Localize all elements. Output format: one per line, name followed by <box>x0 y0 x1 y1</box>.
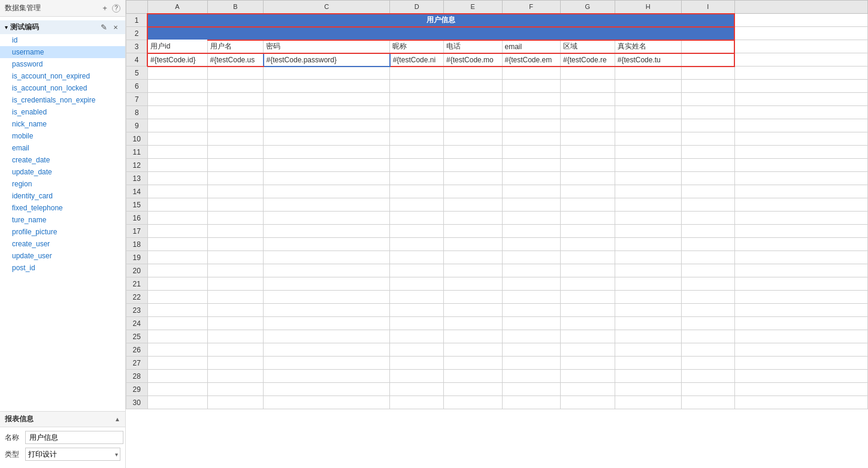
cell-5-f[interactable] <box>502 67 560 80</box>
cell-16-extra[interactable] <box>734 212 867 225</box>
cell-3-c[interactable]: 密码 <box>264 40 390 53</box>
col-header-a[interactable]: A <box>147 1 207 14</box>
field-email[interactable]: email <box>0 142 125 154</box>
cell-3-g[interactable]: 区域 <box>560 40 615 53</box>
cell-28-i[interactable] <box>681 370 734 383</box>
cell-6-f[interactable] <box>502 80 560 93</box>
cell-28-a[interactable] <box>147 370 207 383</box>
cell-15-extra[interactable] <box>734 198 867 212</box>
cell-7-g[interactable] <box>560 93 615 106</box>
cell-20-g[interactable] <box>560 264 615 277</box>
cell-21-a[interactable] <box>147 277 207 291</box>
collapse-icon[interactable]: ▲ <box>114 416 120 422</box>
cell-18-f[interactable] <box>502 238 560 251</box>
cell-4-g[interactable]: #{testCode.re <box>560 53 615 67</box>
cell-22-i[interactable] <box>681 291 734 304</box>
cell-23-d[interactable] <box>390 304 444 317</box>
cell-19-g[interactable] <box>560 251 615 264</box>
cell-3-i[interactable] <box>681 40 734 53</box>
cell-21-i[interactable] <box>681 277 734 291</box>
cell-19-e[interactable] <box>444 251 502 264</box>
cell-12-d[interactable] <box>390 159 444 172</box>
cell-10-e[interactable] <box>444 132 502 146</box>
cell-30-b[interactable] <box>207 396 264 409</box>
cell-16-g[interactable] <box>560 212 615 225</box>
cell-15-b[interactable] <box>207 198 264 212</box>
cell-15-g[interactable] <box>560 198 615 212</box>
cell-6-d[interactable] <box>390 80 444 93</box>
cell-29-e[interactable] <box>444 383 502 396</box>
cell-10-b[interactable] <box>207 132 264 146</box>
field-is-enabled[interactable]: is_enabled <box>0 106 125 118</box>
cell-27-b[interactable] <box>207 357 264 370</box>
cell-29-d[interactable] <box>390 383 444 396</box>
cell-21-c[interactable] <box>264 277 390 291</box>
field-ture-name[interactable]: ture_name <box>0 214 125 226</box>
cell-11-d[interactable] <box>390 146 444 159</box>
cell-3-e[interactable]: 电话 <box>444 40 502 53</box>
cell-28-h[interactable] <box>615 370 681 383</box>
cell-28-b[interactable] <box>207 370 264 383</box>
cell-20-extra[interactable] <box>734 264 867 277</box>
cell-24-d[interactable] <box>390 317 444 330</box>
cell-8-c[interactable] <box>264 106 390 119</box>
cell-10-a[interactable] <box>147 132 207 146</box>
cell-10-g[interactable] <box>560 132 615 146</box>
cell-26-b[interactable] <box>207 343 264 357</box>
cell-20-i[interactable] <box>681 264 734 277</box>
type-select[interactable]: 打印设计 报表设计 图表设计 <box>25 448 120 461</box>
cell-17-i[interactable] <box>681 225 734 238</box>
cell-4-c[interactable]: #{testCode.password} <box>264 53 390 67</box>
cell-16-d[interactable] <box>390 212 444 225</box>
cell-30-i[interactable] <box>681 396 734 409</box>
cell-5-i[interactable] <box>681 67 734 80</box>
cell-4-b[interactable]: #{testCode.us <box>207 53 264 67</box>
cell-4-h[interactable]: #{testCode.tu <box>615 53 681 67</box>
field-identity-card[interactable]: identity_card <box>0 190 125 202</box>
cell-10-f[interactable] <box>502 132 560 146</box>
cell-13-g[interactable] <box>560 172 615 185</box>
name-input[interactable] <box>25 431 123 444</box>
cell-19-extra[interactable] <box>734 251 867 264</box>
cell-25-d[interactable] <box>390 330 444 343</box>
cell-23-c[interactable] <box>264 304 390 317</box>
cell-10-c[interactable] <box>264 132 390 146</box>
cell-11-e[interactable] <box>444 146 502 159</box>
cell-30-g[interactable] <box>560 396 615 409</box>
cell-11-g[interactable] <box>560 146 615 159</box>
cell-8-b[interactable] <box>207 106 264 119</box>
cell-7-e[interactable] <box>444 93 502 106</box>
cell-18-h[interactable] <box>615 238 681 251</box>
cell-29-g[interactable] <box>560 383 615 396</box>
cell-30-d[interactable] <box>390 396 444 409</box>
cell-29-extra[interactable] <box>734 383 867 396</box>
field-password[interactable]: password <box>0 58 125 70</box>
cell-13-h[interactable] <box>615 172 681 185</box>
cell-27-h[interactable] <box>615 357 681 370</box>
field-fixed-telephone[interactable]: fixed_telephone <box>0 202 125 214</box>
cell-4-f[interactable]: #{testCode.em <box>502 53 560 67</box>
field-mobile[interactable]: mobile <box>0 130 125 142</box>
cell-6-c[interactable] <box>264 80 390 93</box>
col-header-i[interactable]: I <box>681 1 734 14</box>
cell-22-d[interactable] <box>390 291 444 304</box>
cell-2-extra[interactable] <box>734 27 867 40</box>
cell-30-c[interactable] <box>264 396 390 409</box>
cell-6-e[interactable] <box>444 80 502 93</box>
cell-28-e[interactable] <box>444 370 502 383</box>
cell-29-h[interactable] <box>615 383 681 396</box>
cell-12-extra[interactable] <box>734 159 867 172</box>
cell-3-h[interactable]: 真实姓名 <box>615 40 681 53</box>
cell-21-f[interactable] <box>502 277 560 291</box>
field-update-user[interactable]: update_user <box>0 250 125 262</box>
cell-26-extra[interactable] <box>734 343 867 357</box>
cell-24-extra[interactable] <box>734 317 867 330</box>
cell-26-i[interactable] <box>681 343 734 357</box>
cell-22-f[interactable] <box>502 291 560 304</box>
cell-13-e[interactable] <box>444 172 502 185</box>
cell-17-f[interactable] <box>502 225 560 238</box>
cell-15-f[interactable] <box>502 198 560 212</box>
cell-26-f[interactable] <box>502 343 560 357</box>
cell-29-a[interactable] <box>147 383 207 396</box>
cell-13-i[interactable] <box>681 172 734 185</box>
